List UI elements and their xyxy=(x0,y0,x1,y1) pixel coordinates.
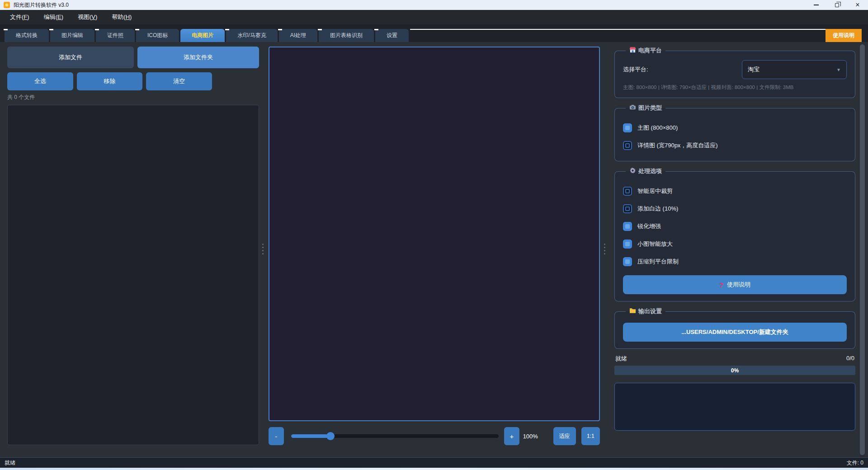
minimize-button[interactable] xyxy=(806,0,826,10)
bottom-edge-strip xyxy=(0,468,868,470)
tab-image-edit[interactable]: 图片编辑 xyxy=(50,29,94,42)
window-controls: × xyxy=(806,0,868,10)
checkbox-icon xyxy=(623,141,632,150)
section-title: 输出设置 xyxy=(638,308,662,315)
zoom-out-button[interactable]: - xyxy=(269,427,284,445)
zoom-in-button[interactable]: + xyxy=(504,427,519,445)
drag-handle-icon xyxy=(262,244,264,245)
remove-button[interactable]: 移除 xyxy=(77,72,143,90)
close-icon: × xyxy=(855,1,859,9)
tab-ecommerce[interactable]: 电商图片 xyxy=(180,29,225,42)
one-to-one-button[interactable]: 1:1 xyxy=(581,427,600,445)
checkbox-smart-upscale[interactable]: 小图智能放大 xyxy=(623,239,847,249)
select-all-button[interactable]: 全选 xyxy=(7,72,73,90)
log-area[interactable] xyxy=(614,383,855,431)
preview-panel: - + 100% 适应 1:1 xyxy=(269,47,600,445)
tab-ico[interactable]: ICO图标 xyxy=(136,29,179,42)
minimize-icon xyxy=(814,5,819,5)
close-button[interactable]: × xyxy=(847,0,868,10)
menu-bar: 文件(F) 编辑(E) 视图(V) 帮助(H) xyxy=(0,10,868,24)
checkbox-smart-crop[interactable]: 智能居中裁剪 xyxy=(623,186,847,197)
checkbox-main-image[interactable]: 主图 (800×800) xyxy=(623,122,847,133)
title-bar: 阳光图片转换软件 v3.0 × xyxy=(0,0,868,10)
output-section: 输出设置 ...USERS/ADMIN/DESKTOP/新建文件夹 xyxy=(614,307,855,349)
add-files-button[interactable]: 添加文件 xyxy=(7,47,134,68)
question-icon: ? xyxy=(719,281,723,289)
checkbox-detail-image[interactable]: 详情图 (宽790px，高度自适应) xyxy=(623,140,847,151)
checkbox-icon xyxy=(623,257,632,266)
file-list[interactable] xyxy=(7,105,259,445)
file-panel: 添加文件 添加文件夹 全选 移除 清空 共 0 个文件 xyxy=(7,47,259,445)
store-icon xyxy=(629,47,636,55)
checkbox-icon xyxy=(623,204,632,213)
image-type-section: 图片类型 主图 (800×800) 详情图 (宽790px，高度自适应) xyxy=(614,104,855,161)
usage-help-button[interactable]: ? 使用说明 xyxy=(623,275,847,294)
menu-file[interactable]: 文件(F) xyxy=(5,11,35,24)
task-status-row: 就绪 0/0 xyxy=(615,355,854,363)
platform-hint: 主图: 800×800 | 详情图: 790×自适应 | 视频封面: 800×8… xyxy=(623,84,847,91)
splitter-right[interactable] xyxy=(603,242,606,258)
app-logo-icon xyxy=(4,2,10,8)
tab-settings[interactable]: 设置 xyxy=(375,29,409,42)
menu-edit[interactable]: 编辑(E) xyxy=(38,11,69,24)
app-window: 阳光图片转换软件 v3.0 × 文件(F) 编辑(E) 视图(V) 帮助(H) … xyxy=(0,0,868,470)
status-file-count: 文件: 0 xyxy=(847,459,863,467)
checkbox-compress-limit[interactable]: 压缩到平台限制 xyxy=(623,256,847,267)
main-content: 添加文件 添加文件夹 全选 移除 清空 共 0 个文件 - + 10 xyxy=(0,42,868,457)
slider-track xyxy=(291,434,499,438)
slider-fill xyxy=(291,434,330,438)
preview-canvas[interactable] xyxy=(269,47,600,421)
gear-icon xyxy=(629,167,636,175)
maximize-button[interactable] xyxy=(826,0,847,10)
menu-view[interactable]: 视图(V) xyxy=(72,11,103,24)
tab-bar-divider xyxy=(410,29,826,42)
scrollbar-thumb[interactable] xyxy=(860,44,865,455)
progress-bar: 0% xyxy=(614,366,855,375)
checkbox-sharpen[interactable]: 锐化增强 xyxy=(623,221,847,232)
checkbox-white-border[interactable]: 添加白边 (10%) xyxy=(623,203,847,214)
output-path-button[interactable]: ...USERS/ADMIN/DESKTOP/新建文件夹 xyxy=(623,323,847,342)
file-count-label: 共 0 个文件 xyxy=(7,94,259,101)
progress-text: 0% xyxy=(614,366,855,375)
tab-ai[interactable]: AI处理 xyxy=(279,29,317,42)
menu-help[interactable]: 帮助(H) xyxy=(106,11,137,24)
process-options-section: 处理选项 智能居中裁剪 添加白边 (10%) 锐化增强 小图智能放大 xyxy=(614,167,855,301)
select-platform-label: 选择平台: xyxy=(623,66,648,74)
zoom-slider[interactable] xyxy=(291,427,499,445)
zoom-level-label: 100% xyxy=(523,433,543,440)
section-title: 处理选项 xyxy=(638,168,662,174)
section-title: 图片类型 xyxy=(638,104,662,111)
usage-help-button-top[interactable]: 使用说明 xyxy=(826,29,862,42)
checkbox-icon xyxy=(623,222,632,231)
tab-format-convert[interactable]: 格式转换 xyxy=(5,29,49,42)
camera-icon xyxy=(629,104,636,112)
status-bar: 就绪 文件: 0 xyxy=(0,457,868,468)
platform-section: 电商平台 选择平台: 淘宝 ▼ 主图: 800×800 | 详情图: 790×自… xyxy=(614,47,855,98)
clear-button[interactable]: 清空 xyxy=(146,72,212,90)
folder-icon xyxy=(629,307,636,315)
chevron-down-icon: ▼ xyxy=(836,67,841,72)
tab-id-photo[interactable]: 证件照 xyxy=(96,29,135,42)
maximize-icon xyxy=(835,3,839,7)
settings-panel: 电商平台 选择平台: 淘宝 ▼ 主图: 800×800 | 详情图: 790×自… xyxy=(614,47,855,457)
status-ready-label: 就绪 xyxy=(5,459,15,467)
add-folder-button[interactable]: 添加文件夹 xyxy=(137,47,259,68)
scrollbar[interactable] xyxy=(859,43,866,456)
splitter-left[interactable] xyxy=(261,242,264,258)
task-status-label: 就绪 xyxy=(615,355,627,363)
fit-button[interactable]: 适应 xyxy=(553,427,576,445)
drag-handle-icon xyxy=(604,244,605,245)
platform-select[interactable]: 淘宝 ▼ xyxy=(742,60,847,79)
task-counter: 0/0 xyxy=(846,355,854,363)
tab-bar: 格式转换 图片编辑 证件照 ICO图标 电商图片 水印/马赛克 AI处理 图片表… xyxy=(0,24,868,42)
section-title: 电商平台 xyxy=(638,47,662,54)
slider-thumb[interactable] xyxy=(326,432,335,440)
selected-platform: 淘宝 xyxy=(748,66,760,74)
window-title: 阳光图片转换软件 v3.0 xyxy=(14,1,69,9)
tab-watermark[interactable]: 水印/马赛克 xyxy=(226,29,277,42)
zoom-toolbar: - + 100% 适应 1:1 xyxy=(269,427,600,445)
checkbox-icon xyxy=(623,123,632,132)
checkbox-icon xyxy=(623,187,632,196)
tab-table-ocr[interactable]: 图片表格识别 xyxy=(319,29,374,42)
checkbox-icon xyxy=(623,240,632,249)
